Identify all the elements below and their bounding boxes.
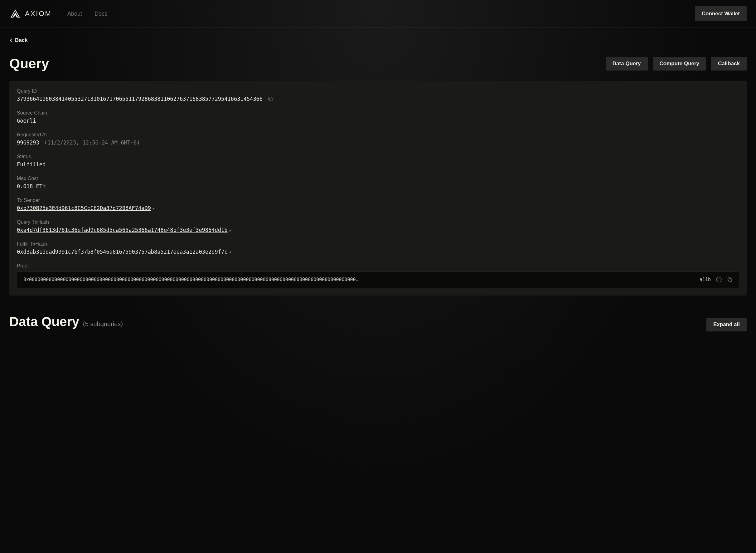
logo[interactable]: AXIOM bbox=[9, 9, 52, 18]
chevron-left-icon bbox=[9, 38, 12, 43]
subquery-count: (5 subqueries) bbox=[83, 320, 123, 328]
field-label: Proof bbox=[17, 263, 739, 269]
connect-wallet-button[interactable]: Connect Wallet bbox=[695, 6, 747, 21]
field-label: Query ID bbox=[17, 88, 739, 94]
status-value: Fulfilled bbox=[17, 161, 739, 168]
nav-about[interactable]: About bbox=[67, 11, 82, 17]
tab-callback[interactable]: Callback bbox=[711, 57, 747, 71]
expand-all-button[interactable]: Expand all bbox=[706, 318, 747, 331]
back-link[interactable]: Back bbox=[9, 37, 28, 44]
external-link-icon: ↗ bbox=[229, 228, 231, 233]
copy-icon[interactable] bbox=[268, 96, 273, 102]
field-label: Fulfill TxHash bbox=[17, 241, 739, 247]
query-id-value: 3793664196038414055327131016717065511792… bbox=[17, 96, 263, 102]
svg-rect-4 bbox=[719, 279, 719, 281]
field-fulfill-txhash: Fulfill TxHash 0xd3ab31ddad9991c7bf37b8f… bbox=[17, 241, 739, 255]
svg-rect-1 bbox=[270, 98, 272, 101]
field-label: Requested At bbox=[17, 132, 739, 138]
source-chain-value: Goerli bbox=[17, 117, 739, 124]
field-label: Query TxHash bbox=[17, 219, 739, 225]
field-label: Status bbox=[17, 154, 739, 159]
field-requested-at: Requested At 9969293 (11/2/2023, 12:56:2… bbox=[17, 132, 739, 146]
requested-at-block: 9969293 bbox=[17, 140, 39, 146]
data-query-section-title: Data Query bbox=[9, 314, 79, 329]
fulfill-txhash-link[interactable]: 0xd3ab31ddad9991c7bf37b8f0546a8167590375… bbox=[17, 249, 231, 255]
svg-point-3 bbox=[719, 278, 719, 279]
page-title: Query bbox=[9, 56, 49, 71]
field-tx-sender: Tx Sender 0xb730B25e3E4d961c8C5CcCE2Da37… bbox=[17, 198, 739, 211]
external-link-icon: ↗ bbox=[152, 206, 155, 211]
proof-suffix: a11b bbox=[699, 277, 711, 283]
proof-box: 0x00000000000000000000000000000000000000… bbox=[17, 271, 739, 288]
query-txhash-link[interactable]: 0xa4d7df3613d761c36efad9c685d5ca565a2536… bbox=[17, 227, 231, 233]
field-proof: Proof 0x00000000000000000000000000000000… bbox=[17, 263, 739, 288]
field-query-txhash: Query TxHash 0xa4d7df3613d761c36efad9c68… bbox=[17, 219, 739, 233]
max-cost-value: 0.018 ETH bbox=[17, 183, 739, 189]
proof-text: 0x00000000000000000000000000000000000000… bbox=[23, 277, 694, 283]
query-details-card: Query ID 3793664196038414055327131016717… bbox=[9, 81, 747, 296]
field-label: Tx Sender bbox=[17, 198, 739, 203]
requested-at-timestamp: (11/2/2023, 12:56:24 AM GMT+8) bbox=[44, 140, 140, 146]
logo-text: AXIOM bbox=[25, 10, 52, 18]
field-max-cost: Max Cost 0.018 ETH bbox=[17, 176, 739, 189]
logo-mark-icon bbox=[9, 9, 21, 18]
back-label: Back bbox=[15, 37, 28, 44]
field-source-chain: Source Chain Goerli bbox=[17, 110, 739, 124]
info-icon[interactable] bbox=[716, 276, 722, 283]
nav-docs[interactable]: Docs bbox=[94, 11, 107, 17]
field-query-id: Query ID 3793664196038414055327131016717… bbox=[17, 88, 739, 102]
tab-data-query[interactable]: Data Query bbox=[606, 57, 648, 71]
external-link-icon: ↗ bbox=[229, 250, 231, 254]
tab-compute-query[interactable]: Compute Query bbox=[653, 57, 706, 71]
field-label: Max Cost bbox=[17, 176, 739, 181]
field-label: Source Chain bbox=[17, 110, 739, 116]
field-status: Status Fulfilled bbox=[17, 154, 739, 168]
copy-icon[interactable] bbox=[727, 277, 733, 283]
svg-rect-6 bbox=[729, 279, 732, 282]
tx-sender-link[interactable]: 0xb730B25e3E4d961c8C5CcCE2Da37d7208AF74a… bbox=[17, 205, 155, 211]
